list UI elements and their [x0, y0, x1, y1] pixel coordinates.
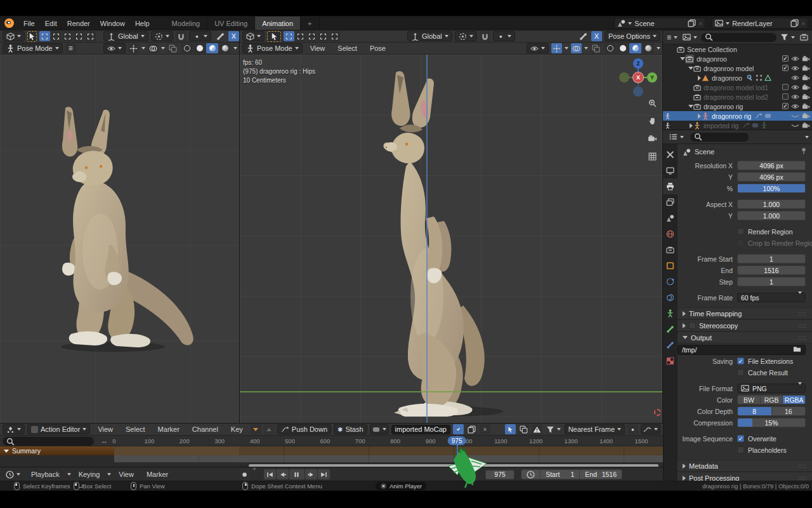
gizmo-z-neg-axis[interactable]	[633, 86, 643, 97]
pivot-point[interactable]	[455, 31, 477, 41]
prop-slider[interactable]: 100%	[737, 184, 806, 193]
scene-selector[interactable]: Scene×	[614, 18, 705, 29]
show-hidden-toggle[interactable]	[518, 424, 529, 434]
shading-wireframe[interactable]	[604, 43, 616, 53]
select-mode-1[interactable]	[295, 31, 306, 41]
prop-checkbox[interactable]	[737, 239, 744, 246]
camera-view-button[interactable]	[646, 132, 658, 145]
select-mode-3[interactable]	[318, 31, 329, 41]
topbar-menu-edit[interactable]: Edit	[40, 20, 62, 27]
properties-tab-constraints[interactable]	[663, 290, 678, 305]
prop-value-field[interactable]: 1.000	[737, 211, 806, 220]
dope-menu-channel[interactable]: Channel	[187, 425, 223, 433]
expand-toggle[interactable]	[688, 105, 693, 108]
pose-options-dropdown[interactable]: Pose Options	[605, 31, 660, 41]
outliner-row[interactable]: dragonroo✓	[663, 54, 812, 64]
timeline-menu-view[interactable]: View	[114, 471, 139, 478]
viewport-secondary-canvas[interactable]	[0, 55, 240, 424]
object-type-visibility[interactable]	[103, 43, 126, 53]
segment-option-rgb[interactable]: RGB	[761, 396, 783, 404]
properties-tab-bone-constraint[interactable]	[663, 337, 678, 353]
properties-tab-physics[interactable]	[663, 274, 678, 290]
outliner-row[interactable]: dragonroo rig✓	[663, 102, 812, 111]
select-mode-4[interactable]	[85, 31, 96, 41]
render-layer-selector[interactable]: RenderLayer×	[712, 18, 808, 29]
expand-toggle[interactable]	[688, 123, 693, 128]
mode-selector[interactable]: Pose Mode	[3, 43, 63, 53]
include-checkbox[interactable]	[782, 93, 789, 100]
show-overlays-toggle[interactable]	[148, 43, 159, 53]
output-path-field[interactable]: /tmp/	[678, 345, 806, 355]
shading-solid[interactable]	[193, 43, 206, 53]
topbar-menu-window[interactable]: Window	[95, 20, 130, 27]
properties-editor-type[interactable]	[666, 132, 687, 142]
select-mode-2[interactable]	[62, 31, 73, 41]
end-frame-field[interactable]: End1516	[580, 470, 622, 479]
expand-toggle[interactable]	[697, 114, 702, 119]
panel-header-time-remapping[interactable]: Time Remapping::::	[678, 307, 812, 319]
push-down-button[interactable]: Push Down	[277, 424, 331, 434]
viewport-menu-view[interactable]: View	[305, 44, 331, 52]
prop-checkbox[interactable]	[737, 369, 744, 376]
stash-button[interactable]: ✱Stash	[334, 424, 367, 434]
timeline-menu-marker[interactable]: Marker	[141, 471, 173, 478]
timeline-menu-keying[interactable]: Keying	[74, 471, 105, 478]
timeline-menu-playback[interactable]: Playback	[26, 471, 65, 478]
dope-filter-button[interactable]	[545, 424, 562, 434]
action-browse-dropdown[interactable]	[370, 424, 389, 434]
active-tool-button[interactable]	[267, 31, 281, 42]
select-mode-3[interactable]	[74, 31, 84, 41]
viewport-menu-pose[interactable]: Pose	[365, 44, 391, 52]
select-mode-0[interactable]	[39, 31, 50, 41]
dope-ruler[interactable]: 0100200300400500600700800900100011001200…	[0, 436, 663, 446]
prop-checkbox[interactable]	[737, 228, 744, 235]
prop-value-field[interactable]: 1	[737, 277, 806, 286]
pivot-point[interactable]	[151, 31, 173, 41]
topbar-menu-render[interactable]: Render	[62, 20, 95, 27]
x-mirror-toggle[interactable]: X	[228, 31, 239, 41]
outliner-row[interactable]: dragonroo rig	[663, 111, 812, 121]
jump-to-end-button[interactable]	[318, 469, 330, 479]
dope-editor-type[interactable]	[3, 424, 25, 434]
add-workspace-button[interactable]: +	[301, 17, 319, 30]
next-keyframe-button[interactable]	[305, 469, 317, 479]
unlink-action-button[interactable]: ×	[480, 424, 490, 434]
show-overlays-toggle[interactable]	[571, 43, 582, 53]
expand-toggle[interactable]	[688, 67, 693, 70]
action-name-field[interactable]: imported MoCap	[391, 425, 450, 434]
navigation-gizmo[interactable]: Z X Y	[620, 60, 656, 95]
properties-tab-output[interactable]	[663, 178, 678, 194]
shading-rendered[interactable]	[219, 43, 231, 53]
prop-checkbox[interactable]: ✓	[737, 435, 744, 442]
move-channel-up-button[interactable]	[264, 424, 275, 434]
mode-selector[interactable]: Pose Mode	[242, 43, 303, 53]
snap-mode-dropdown[interactable]: Nearest Frame	[565, 424, 625, 434]
previous-keyframe-button[interactable]	[277, 469, 289, 479]
properties-tab-view-layer[interactable]	[663, 194, 678, 210]
snap-target[interactable]: ●	[189, 31, 211, 41]
outliner-filter-button[interactable]	[779, 32, 796, 43]
panel-header-output[interactable]: Output::::	[678, 331, 812, 344]
jump-to-start-button[interactable]	[264, 469, 276, 479]
xray-toggle[interactable]	[167, 43, 178, 53]
blender-logo-icon[interactable]	[4, 18, 14, 28]
prop-dropdown[interactable]: PNG	[737, 384, 806, 393]
snap-toggle[interactable]	[176, 31, 187, 41]
perspective-toggle-button[interactable]	[646, 150, 658, 163]
dope-menu-view[interactable]: View	[93, 425, 118, 433]
panel-header-post-processing[interactable]: Post Processing::::	[678, 472, 812, 481]
anim-player-indicator[interactable]: Anim Player	[376, 482, 426, 490]
panel-checkbox[interactable]	[689, 322, 696, 329]
outliner-row[interactable]: dragonroo model✓	[663, 64, 812, 73]
viewport-secondary[interactable]: Global●XPose Optic Pose Mode≡	[0, 30, 240, 424]
properties-search-input[interactable]	[690, 133, 749, 142]
snap-toggle[interactable]	[480, 31, 490, 41]
outliner-row[interactable]: dragonroo model lod1	[663, 83, 812, 92]
properties-tab-object[interactable]	[663, 258, 678, 274]
select-mode-0[interactable]	[284, 31, 294, 41]
editor-type-selector[interactable]	[3, 31, 25, 41]
collapsed-menus-button[interactable]: ≡	[65, 43, 76, 53]
panel-header-metadata[interactable]: Metadata::::	[678, 460, 812, 472]
workspace-tab-modeling[interactable]: Modeling	[165, 17, 208, 30]
dope-menu-key[interactable]: Key	[226, 425, 248, 433]
